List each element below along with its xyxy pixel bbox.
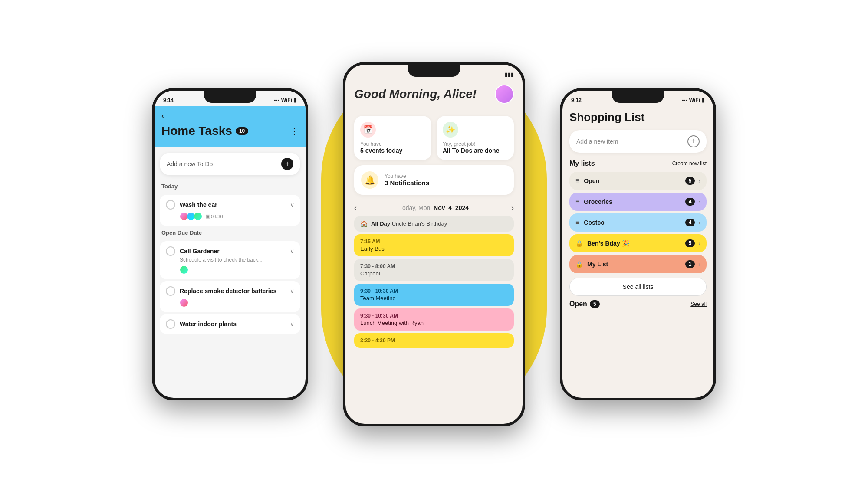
event-early-bus[interactable]: 7:15 AM Early Bus (354, 234, 514, 256)
task-date: ▣ 08/30 (206, 213, 223, 219)
create-new-list-link[interactable]: Create new list (672, 160, 707, 167)
task-name: Call Gardener (180, 248, 220, 255)
open-section-title: Open 5 (569, 300, 600, 308)
calendar-prev-button[interactable]: ‹ (354, 203, 357, 213)
list-item-right: 5 › (685, 177, 700, 185)
list-item-groceries[interactable]: ≡ Groceries 4 › (569, 193, 707, 211)
list-count-badge: 4 (685, 198, 695, 206)
list-name: Costco (584, 219, 604, 226)
lock-icon: 🔒 (575, 261, 583, 268)
event-lunch-meeting[interactable]: 9:30 - 10:30 AM Lunch Meeting with Ryan (354, 308, 514, 331)
events-card[interactable]: 📅 You have 5 events today (354, 116, 431, 160)
user-avatar[interactable] (495, 85, 514, 104)
greeting-row: Good Morning, Alice! (354, 85, 514, 104)
list-name: My List (587, 261, 608, 268)
bell-icon: 🔔 (361, 171, 378, 189)
chevron-right-icon: › (698, 177, 700, 184)
task-checkbox[interactable] (166, 200, 175, 210)
open-count-badge: 5 (590, 300, 600, 308)
event-time: 7:15 AM (360, 239, 508, 245)
battery-icon: ▮ (294, 97, 297, 103)
todos-done-card[interactable]: ✨ Yay, great job! All To Dos are done (437, 116, 514, 160)
list-item-costco[interactable]: ≡ Costco 4 › (569, 213, 707, 232)
add-todo-plus-button[interactable]: + (281, 158, 293, 170)
add-item-placeholder: Add a new item (576, 138, 618, 145)
event-allday-text: All Day Uncle Brian's Birthday (371, 220, 447, 227)
today-section-label: Today (155, 181, 306, 193)
task-checkbox[interactable] (166, 319, 175, 329)
list-count-badge: 4 (685, 219, 695, 226)
list-lines-icon: ≡ (575, 219, 579, 226)
wifi-icon-right: WiFi (689, 97, 700, 103)
task-call-gardener[interactable]: Call Gardener ∨ Schedule a visit to chec… (160, 241, 300, 279)
notification-text: You have 3 Notifications (385, 173, 429, 187)
chevron-right-icon: › (698, 198, 700, 205)
event-carpool[interactable]: 7:30 - 8:00 AM Carpool (354, 259, 514, 281)
signal-icon-right: ▪▪▪ (682, 97, 687, 103)
notif-main: 3 Notifications (385, 179, 429, 187)
list-item-right: 4 › (685, 198, 700, 206)
calendar-next-button[interactable]: › (511, 203, 514, 213)
event-team-meeting[interactable]: 9:30 - 10:30 AM Team Meeting (354, 284, 514, 306)
see-all-lists-button[interactable]: See all lists (569, 278, 707, 296)
list-name: Ben's Bday 🎉 (587, 240, 629, 247)
task-avatars (180, 212, 202, 221)
add-item-plus-button[interactable]: + (687, 135, 700, 147)
task-name: Water indoor plants (180, 321, 237, 328)
list-item-my-list[interactable]: 🔒 My List 1 › (569, 255, 707, 273)
event-allday-brian[interactable]: 🏠 All Day Uncle Brian's Birthday (354, 216, 514, 232)
sparkle-icon: ✨ (443, 122, 458, 138)
my-lists-title: My lists (569, 160, 595, 167)
task-smoke-detector[interactable]: Replace smoke detector batteries ∨ (160, 281, 300, 312)
task-expand-icon[interactable]: ∨ (290, 248, 294, 255)
event-title: Carpool (360, 270, 508, 277)
task-expand-icon[interactable]: ∨ (290, 321, 294, 328)
calendar-events: 🏠 All Day Uncle Brian's Birthday 7:15 AM… (345, 216, 523, 350)
left-header: ‹ Home Tasks 10 ⋮ (155, 106, 306, 147)
task-checkbox[interactable] (166, 246, 175, 256)
notif-sub: You have (385, 173, 429, 179)
list-count-badge: 5 (685, 177, 695, 185)
notification-card[interactable]: 🔔 You have 3 Notifications (354, 165, 514, 195)
list-count-badge: 1 (685, 260, 695, 268)
events-card-main: 5 events today (360, 147, 425, 154)
calendar-mini-icon: ▣ (206, 213, 210, 219)
task-checkbox[interactable] (166, 286, 175, 296)
list-item-bens-bday[interactable]: 🔒 Ben's Bday 🎉 5 › (569, 234, 707, 252)
notch (204, 91, 256, 103)
list-count-badge: 5 (685, 239, 695, 247)
todos-card-sub: Yay, great job! (443, 141, 508, 147)
open-section: Open 5 See all (569, 300, 707, 308)
open-due-date-label: Open Due Date (155, 228, 306, 239)
list-name: Groceries (584, 198, 612, 205)
chevron-right-icon: › (698, 261, 700, 268)
list-item-left: ≡ Groceries (575, 198, 612, 206)
left-phone: 9:14 ▪▪▪ WiFi ▮ ‹ Home Tasks 10 ⋮ (152, 88, 308, 400)
see-all-link[interactable]: See all (690, 301, 707, 307)
task-expand-icon[interactable]: ∨ (290, 288, 294, 295)
list-lines-icon: ≡ (575, 177, 579, 185)
task-water-plants[interactable]: Water indoor plants ∨ (160, 314, 300, 334)
center-phone-screen: ▮▮▮ Good Morning, Alice! 📅 You have 5 ev… (345, 65, 523, 424)
more-options-button[interactable]: ⋮ (290, 126, 299, 136)
status-time-left: 9:14 (163, 97, 174, 103)
left-phone-screen: 9:14 ▪▪▪ WiFi ▮ ‹ Home Tasks 10 ⋮ (155, 91, 306, 398)
add-todo-bar[interactable]: Add a new To Do + (160, 153, 300, 175)
right-phone: 9:12 ▪▪▪ WiFi ▮ Shopping List Add a new … (560, 88, 716, 400)
event-title: Early Bus (360, 246, 508, 252)
back-button[interactable]: ‹ (161, 111, 299, 121)
task-expand-icon[interactable]: ∨ (290, 201, 294, 208)
event-title: Lunch Meeting with Ryan (360, 320, 508, 326)
battery-icon-right: ▮ (702, 97, 705, 103)
todos-card-main: All To Dos are done (443, 147, 508, 154)
right-phone-screen: 9:12 ▪▪▪ WiFi ▮ Shopping List Add a new … (562, 91, 713, 398)
task-wash-car[interactable]: Wash the car ∨ ▣ 08/30 (160, 195, 300, 226)
status-icons-left: ▪▪▪ WiFi ▮ (274, 97, 297, 103)
event-afternoon[interactable]: 3:30 - 4:30 PM (354, 333, 514, 348)
calendar-icon: 📅 (360, 122, 376, 138)
list-item-right: 4 › (685, 219, 700, 226)
task-name: Replace smoke detector batteries (180, 288, 276, 295)
list-item-open[interactable]: ≡ Open 5 › (569, 172, 707, 190)
notch-center (408, 65, 460, 77)
add-item-bar[interactable]: Add a new item + (569, 130, 707, 153)
